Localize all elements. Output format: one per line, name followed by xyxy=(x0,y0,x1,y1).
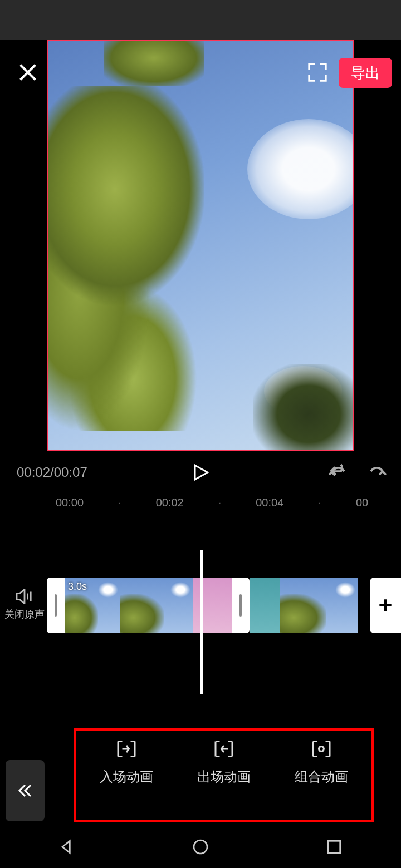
fullscreen-icon xyxy=(306,61,329,83)
chevron-double-left-icon xyxy=(17,782,33,799)
playback-bar: 00:02/00:07 xyxy=(0,451,401,494)
nav-back-icon xyxy=(58,838,76,856)
in-animation-icon xyxy=(115,738,138,760)
clip-thumbnail[interactable] xyxy=(250,578,280,633)
export-label: 导出 xyxy=(351,63,380,83)
clip-thumbnail[interactable] xyxy=(120,578,193,633)
clip-handle-left[interactable] xyxy=(47,578,65,633)
combo-animation-icon xyxy=(310,738,333,760)
time-ruler[interactable]: 00:00 · 00:02 · 00:04 · 00 xyxy=(0,494,401,511)
svg-rect-1 xyxy=(328,841,340,852)
svg-point-0 xyxy=(194,840,207,854)
out-animation-button[interactable]: 出场动画 xyxy=(197,738,251,786)
mute-audio-button[interactable]: 关闭原声 xyxy=(4,589,45,621)
combo-animation-button[interactable]: 组合动画 xyxy=(295,738,348,786)
plus-icon xyxy=(376,596,394,614)
collapse-toolbar-button[interactable] xyxy=(6,760,45,821)
ruler-tick: 00:04 xyxy=(256,496,283,509)
clip-thumbnail[interactable] xyxy=(280,578,358,633)
ruler-tick: 00:00 xyxy=(56,496,84,509)
in-animation-button[interactable]: 入场动画 xyxy=(100,738,153,786)
clip-handle-right[interactable] xyxy=(232,578,250,633)
clip-duration-badge: 3.0s xyxy=(68,581,87,593)
undo-icon xyxy=(327,462,348,480)
ruler-dot: · xyxy=(118,496,121,509)
system-nav-bar xyxy=(0,828,401,868)
nav-recent-icon xyxy=(325,838,343,856)
tool-label: 出场动画 xyxy=(197,769,251,784)
status-bar xyxy=(0,0,401,40)
ruler-tick: 00:02 xyxy=(156,496,184,509)
tool-label: 入场动画 xyxy=(100,769,153,784)
close-button[interactable] xyxy=(17,61,39,83)
play-icon xyxy=(191,463,210,482)
add-clip-button[interactable] xyxy=(370,578,401,633)
close-icon xyxy=(17,61,39,83)
playhead[interactable] xyxy=(200,550,203,694)
undo-button[interactable] xyxy=(327,462,348,482)
ruler-tick: 00 xyxy=(356,496,368,509)
play-button[interactable] xyxy=(191,463,210,482)
preview-image xyxy=(48,41,353,450)
export-button[interactable]: 导出 xyxy=(339,58,392,88)
tool-label: 组合动画 xyxy=(295,769,348,784)
nav-home-button[interactable] xyxy=(192,838,209,858)
nav-home-icon xyxy=(192,838,209,856)
animation-toolbar: 入场动画 出场动画 组合动画 xyxy=(0,728,401,828)
clip-thumbnail[interactable]: 3.0s xyxy=(65,578,120,633)
ruler-dot: · xyxy=(318,496,321,509)
ruler-dot: · xyxy=(218,496,222,509)
nav-back-button[interactable] xyxy=(58,838,76,858)
time-display: 00:02/00:07 xyxy=(17,465,87,480)
video-preview-area: 导出 xyxy=(0,40,401,451)
out-animation-icon xyxy=(212,738,236,760)
nav-recent-button[interactable] xyxy=(325,838,343,858)
redo-icon xyxy=(368,462,388,480)
preview-frame[interactable] xyxy=(47,40,354,451)
timeline[interactable]: 关闭原声 3.0s xyxy=(0,511,401,717)
mute-label: 关闭原声 xyxy=(4,609,45,620)
speaker-mute-icon xyxy=(15,589,34,604)
clip-thumbnail[interactable] xyxy=(193,578,232,633)
fullscreen-button[interactable] xyxy=(306,61,329,83)
redo-button[interactable] xyxy=(368,462,388,482)
